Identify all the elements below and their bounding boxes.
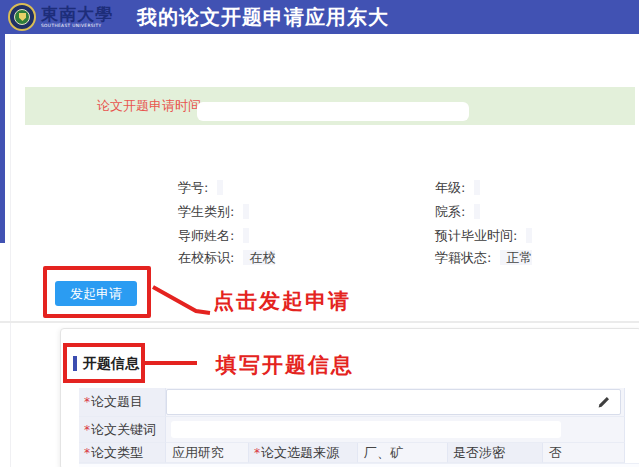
topic-source-value: 厂、矿	[364, 444, 403, 462]
keywords-input[interactable]	[171, 421, 561, 438]
thesis-title-label: 论文题目	[91, 393, 143, 411]
section-separator	[0, 321, 639, 323]
field-grade: 年级:	[435, 179, 480, 197]
topic-source-label-cell: * 论文选题来源	[249, 443, 358, 463]
panel-divider-line	[10, 40, 11, 467]
university-name-cn: 東南大學	[41, 6, 125, 23]
field-advisor-name: 导师姓名:	[178, 227, 249, 245]
apply-period-label: 论文开题申请时间	[97, 87, 201, 125]
redacted-period-value	[197, 102, 469, 121]
advisor-name-label: 导师姓名:	[178, 228, 234, 243]
advisor-name-value	[243, 228, 249, 243]
department-label: 院系:	[435, 204, 465, 219]
edit-pencil-icon[interactable]	[597, 396, 610, 409]
field-student-type: 学生类别:	[178, 203, 249, 221]
field-student-id: 学号:	[178, 179, 223, 197]
confidential-label-cell: 是否涉密	[448, 443, 543, 463]
student-type-value	[243, 204, 249, 219]
grade-label: 年级:	[435, 180, 465, 195]
left-border-strip	[0, 34, 5, 243]
keywords-label-cell: * 论文关键词	[79, 417, 166, 443]
apply-period-banner: 论文开题申请时间	[25, 87, 635, 125]
student-id-value	[217, 180, 223, 195]
campus-status-value: 在校	[243, 250, 275, 265]
confidential-label: 是否涉密	[453, 444, 505, 462]
campus-status-label: 在校标识:	[178, 250, 234, 265]
confidential-value: 否	[549, 444, 562, 462]
keywords-label: 论文关键词	[91, 421, 156, 439]
next-row-partial	[79, 463, 639, 467]
topic-source-value-cell[interactable]: 厂、矿	[358, 443, 448, 463]
required-asterisk: *	[254, 446, 260, 460]
student-id-label: 学号:	[178, 180, 208, 195]
university-name-en: SOUTHEAST UNIVERSITY	[41, 23, 101, 27]
thesis-type-value-cell[interactable]: 应用研究	[166, 443, 249, 463]
topic-source-label: 论文选题来源	[261, 444, 339, 462]
fill-annotation-text: 填写开题信息	[216, 351, 354, 379]
graduation-time-label: 预计毕业时间:	[435, 228, 517, 243]
university-logo-icon	[8, 3, 36, 31]
section-highlight-box	[63, 343, 145, 383]
required-asterisk: *	[84, 395, 90, 409]
student-type-label: 学生类别:	[178, 204, 234, 219]
thesis-type-label: 论文类型	[91, 444, 143, 462]
annotation-leader-line	[145, 361, 197, 365]
thesis-type-value: 应用研究	[172, 444, 224, 462]
header-bar: 東南大學 SOUTHEAST UNIVERSITY 我的论文开题申请应用东大	[0, 0, 639, 34]
thesis-title-input[interactable]	[166, 389, 621, 415]
grade-value	[474, 180, 480, 195]
graduation-time-value	[526, 228, 532, 243]
apply-annotation-text: 点击发起申请	[213, 287, 351, 315]
page-title: 我的论文开题申请应用东大	[137, 4, 389, 31]
field-department: 院系:	[435, 203, 480, 221]
proposal-card: 开题信息 填写开题信息 * 论文题目 * 论文关键词 * 论文类型 应用研究 *…	[60, 328, 639, 467]
field-enrollment-status: 学籍状态:正常	[435, 249, 532, 267]
apply-highlight-box	[43, 266, 151, 318]
confidential-value-cell[interactable]: 否	[543, 443, 625, 463]
required-asterisk: *	[84, 446, 90, 460]
university-name-block: 東南大學 SOUTHEAST UNIVERSITY	[41, 6, 125, 29]
thesis-title-label-cell: * 论文题目	[79, 388, 166, 417]
required-asterisk: *	[84, 423, 90, 437]
annotation-arrow-line	[148, 280, 218, 320]
enrollment-status-value: 正常	[500, 250, 532, 265]
department-value	[474, 204, 480, 219]
field-campus-status: 在校标识:在校	[178, 249, 275, 267]
enrollment-status-label: 学籍状态:	[435, 250, 491, 265]
thesis-type-label-cell: * 论文类型	[79, 443, 166, 463]
field-graduation-time: 预计毕业时间:	[435, 227, 532, 245]
